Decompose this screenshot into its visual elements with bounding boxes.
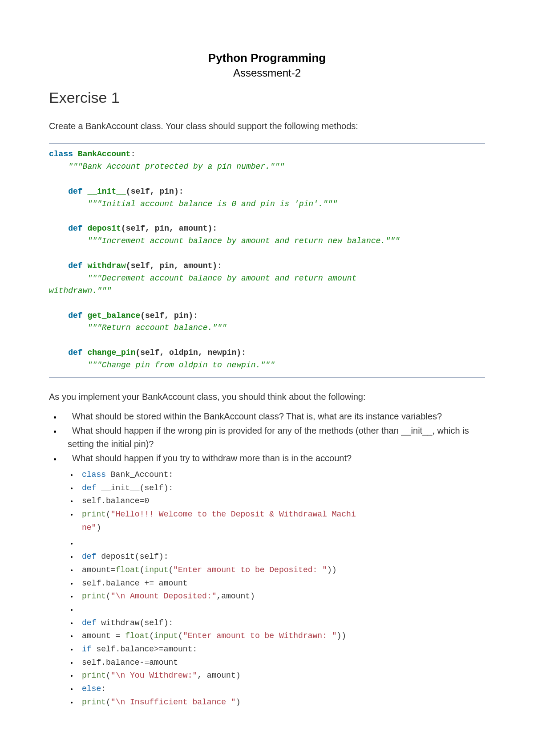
keyword-def: def [68,187,82,196]
changepin-params: (self, oldpin, newpin): [135,348,246,357]
text: ( [106,592,111,601]
builtin: print [82,698,106,707]
text: amount = [82,631,125,640]
string: "Hello!!! Welcome to the Deposit & Withd… [111,510,356,519]
init-params: (self, pin): [126,187,184,196]
string: "\n Amount Deposited:" [111,592,217,601]
code-line: class Bank_Account: [77,468,485,482]
text: self.balance=0 [82,496,149,505]
deposit-params: (self, pin, amount): [121,224,217,233]
text: , amount) [197,671,240,680]
changepin-docstring: """Change pin from oldpin to newpin.""" [87,361,275,370]
text: )) [337,631,347,640]
funcname: withdraw [96,618,139,627]
class-name: BankAccount [78,150,131,159]
code-line: def withdraw(self): [77,617,485,630]
builtin: print [82,671,106,680]
kw: def [82,552,96,561]
doc-title: Python Programming [49,51,485,65]
keyword-class: class [49,150,73,159]
withdraw-name: withdraw [87,261,125,270]
string: ne" [82,523,96,532]
code-line: def __init__(self): [77,482,485,495]
text: : [101,684,106,693]
text: ) [96,523,101,532]
withdraw-docstring-a: """Decrement account balance by amount a… [87,274,361,283]
solution-code-list-cont: def deposit(self): amount=float(input("E… [49,537,485,709]
kw: def [82,618,96,627]
init-name: __init__ [87,187,125,196]
text: self.balance>=amount: [92,645,198,654]
builtin: print [82,592,106,601]
string: "Enter amount to be Deposited: " [173,565,327,574]
solution-code-list: class Bank_Account: def __init__(self): … [49,468,485,521]
text: )) [327,565,337,574]
text: ( [178,631,183,640]
question-item: What should happen if you try to withdra… [61,451,485,465]
code-line: amount = float(input("Enter amount to be… [77,630,485,643]
withdraw-docstring-b: withdrawn.""" [49,286,111,295]
text: ( [140,565,145,574]
text: ) [236,698,241,707]
kw: if [82,645,92,654]
question-item: What should be stored within the BankAcc… [61,410,485,423]
question-text: What should be stored within the BankAcc… [72,411,442,421]
code-line-wrap: ne") [49,521,485,535]
text: ( [149,631,154,640]
params: (self): [140,618,174,627]
text: amount= [82,565,116,574]
code-line [77,603,485,617]
init-docstring: """Initial account balance is 0 and pin … [87,199,337,208]
string: "Enter amount to be Withdrawn: " [183,631,337,640]
changepin-name: change_pin [87,348,135,357]
exercise-heading: Exercise 1 [49,89,485,106]
text: ( [168,565,173,574]
string: "\n Insufficient balance " [111,698,236,707]
code-line: else: [77,683,485,696]
string: "\n You Withdrew:" [111,671,197,680]
builtin: input [154,631,178,640]
code-line: self.balance=0 [77,495,485,508]
getbalance-name: get_balance [87,311,140,320]
code-line: self.balance += amount [77,577,485,590]
deposit-name: deposit [87,224,121,233]
text: ( [106,510,111,519]
funcname: deposit [96,552,134,561]
builtin: input [144,565,168,574]
code-line: print("\n You Withdrew:", amount) [77,669,485,683]
builtin: float [125,631,149,640]
question-list: What should be stored within the BankAcc… [49,410,485,465]
params: (self): [135,552,169,561]
followup-text: As you implement your BankAccount class,… [49,390,485,403]
text: Bank_Account: [106,470,173,479]
keyword-def: def [68,348,82,357]
builtin: print [82,510,106,519]
kw: class [82,470,106,479]
getbalance-docstring: """Return account balance.""" [87,323,227,332]
text: ,amount) [216,592,255,601]
withdraw-params: (self, pin, amount): [126,261,222,270]
code-line: print("Hello!!! Welcome to the Deposit &… [77,508,485,521]
code-line: self.balance-=amount [77,656,485,670]
funcname: __init__ [96,484,139,492]
code-line: print("\n Insufficient balance ") [77,696,485,709]
text: ( [106,671,111,680]
question-item: What should happen if the wrong pin is p… [61,424,485,451]
keyword-def: def [68,224,82,233]
code-block-spec: class BankAccount: """Bank Account prote… [49,143,485,378]
params: (self): [140,484,174,492]
class-docstring: """Bank Account protected by a pin numbe… [68,162,284,171]
deposit-docstring: """Increment account balance by amount a… [87,236,400,245]
exercise-intro: Create a BankAccount class. Your class s… [49,120,485,132]
code-line: amount=float(input("Enter amount to be D… [77,564,485,577]
kw: else [82,684,101,693]
builtin: float [116,565,140,574]
kw: def [82,484,96,492]
doc-subtitle: Assessment-2 [49,67,485,79]
text: self.balance-=amount [82,658,178,667]
text: ( [106,698,111,707]
code-line: if self.balance>=amount: [77,643,485,656]
keyword-def: def [68,311,82,320]
question-text: What should happen if the wrong pin is p… [68,426,469,449]
code-line: def deposit(self): [77,550,485,564]
